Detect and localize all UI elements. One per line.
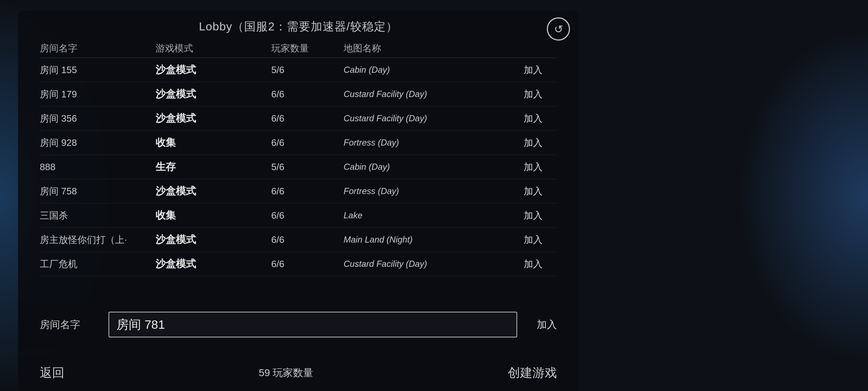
join-button[interactable]: 加入	[488, 234, 542, 246]
map-name-cell: Lake	[344, 210, 488, 220]
game-mode-cell: 收集	[156, 136, 271, 150]
game-mode-cell: 沙盒模式	[156, 184, 271, 198]
players-cell: 6/6	[271, 186, 344, 197]
players-cell: 6/6	[271, 137, 344, 148]
footer-bar: 返回 59 玩家数量 创建游戏	[18, 355, 579, 391]
room-name-cell: 888	[40, 161, 156, 173]
player-count: 59 玩家数量	[259, 366, 314, 380]
table-body: 房间 155 沙盒模式 5/6 Cabin (Day) 加入 房间 179 沙盒…	[40, 58, 557, 276]
join-button[interactable]: 加入	[488, 209, 542, 222]
header-map-name: 地图名称	[344, 42, 488, 55]
table-row: 房间 758 沙盒模式 6/6 Fortress (Day) 加入	[40, 179, 557, 203]
table-header: 房间名字 游戏模式 玩家数量 地图名称	[40, 38, 557, 58]
room-name-cell: 房主放怪你们打（上·	[40, 234, 156, 246]
bg-decoration-right	[716, 0, 868, 391]
map-name-cell: Cabin (Day)	[344, 162, 488, 172]
map-name-cell: Custard Facility (Day)	[344, 259, 488, 269]
game-mode-cell: 沙盒模式	[156, 112, 271, 125]
join-button[interactable]: 加入	[488, 185, 542, 198]
room-name-cell: 房间 356	[40, 112, 156, 125]
room-name-label: 房间名字	[40, 318, 98, 332]
join-button[interactable]: 加入	[488, 88, 542, 101]
room-name-input[interactable]	[109, 312, 517, 337]
header-game-mode: 游戏模式	[156, 42, 271, 55]
room-name-cell: 房间 179	[40, 88, 156, 101]
map-name-cell: Custard Facility (Day)	[344, 89, 488, 99]
room-name-cell: 房间 928	[40, 136, 156, 149]
room-name-cell: 工厂危机	[40, 258, 156, 270]
room-name-cell: 房间 155	[40, 64, 156, 76]
join-button[interactable]: 加入	[488, 161, 542, 173]
header-action	[488, 42, 542, 55]
game-mode-cell: 沙盒模式	[156, 257, 271, 271]
table-row: 三国杀 收集 6/6 Lake 加入	[40, 203, 557, 228]
players-cell: 6/6	[271, 210, 344, 221]
game-mode-cell: 生存	[156, 160, 271, 174]
refresh-button[interactable]: ↺	[547, 17, 570, 41]
join-button[interactable]: 加入	[488, 112, 542, 125]
back-button[interactable]: 返回	[40, 365, 64, 381]
table-row: 房间 179 沙盒模式 6/6 Custard Facility (Day) 加…	[40, 82, 557, 106]
players-cell: 6/6	[271, 234, 344, 245]
room-name-cell: 三国杀	[40, 209, 156, 222]
bottom-section: 房间名字 加入	[18, 302, 579, 348]
map-name-cell: Fortress (Day)	[344, 186, 488, 196]
players-cell: 6/6	[271, 258, 344, 270]
game-mode-cell: 沙盒模式	[156, 87, 271, 101]
players-cell: 5/6	[271, 161, 344, 173]
players-cell: 6/6	[271, 113, 344, 124]
game-mode-cell: 沙盒模式	[156, 233, 271, 247]
join-button[interactable]: 加入	[488, 64, 542, 76]
players-cell: 5/6	[271, 64, 344, 76]
header-room-name: 房间名字	[40, 42, 156, 55]
room-name-cell: 房间 758	[40, 185, 156, 198]
table-row: 房间 356 沙盒模式 6/6 Custard Facility (Day) 加…	[40, 106, 557, 131]
map-name-cell: Main Land (Night)	[344, 235, 488, 245]
table-row: 房间 928 收集 6/6 Fortress (Day) 加入	[40, 131, 557, 155]
table-row: 房间 155 沙盒模式 5/6 Cabin (Day) 加入	[40, 58, 557, 82]
join-button-bottom[interactable]: 加入	[528, 318, 557, 332]
map-name-cell: Custard Facility (Day)	[344, 113, 488, 123]
create-game-button[interactable]: 创建游戏	[508, 365, 557, 381]
table-row: 工厂危机 沙盒模式 6/6 Custard Facility (Day) 加入	[40, 252, 557, 276]
lobby-title: Lobby（国服2：需要加速器/较稳定）	[18, 11, 579, 38]
table-row: 房主放怪你们打（上· 沙盒模式 6/6 Main Land (Night) 加入	[40, 228, 557, 252]
map-name-cell: Cabin (Day)	[344, 65, 488, 75]
game-mode-cell: 收集	[156, 209, 271, 222]
players-cell: 6/6	[271, 89, 344, 100]
join-button[interactable]: 加入	[488, 258, 542, 270]
header-players: 玩家数量	[271, 42, 344, 55]
room-table: 房间名字 游戏模式 玩家数量 地图名称 房间 155 沙盒模式 5/6 Cabi…	[18, 38, 579, 276]
map-name-cell: Fortress (Day)	[344, 138, 488, 148]
game-mode-cell: 沙盒模式	[156, 63, 271, 77]
join-button[interactable]: 加入	[488, 136, 542, 149]
table-row: 888 生存 5/6 Cabin (Day) 加入	[40, 155, 557, 179]
